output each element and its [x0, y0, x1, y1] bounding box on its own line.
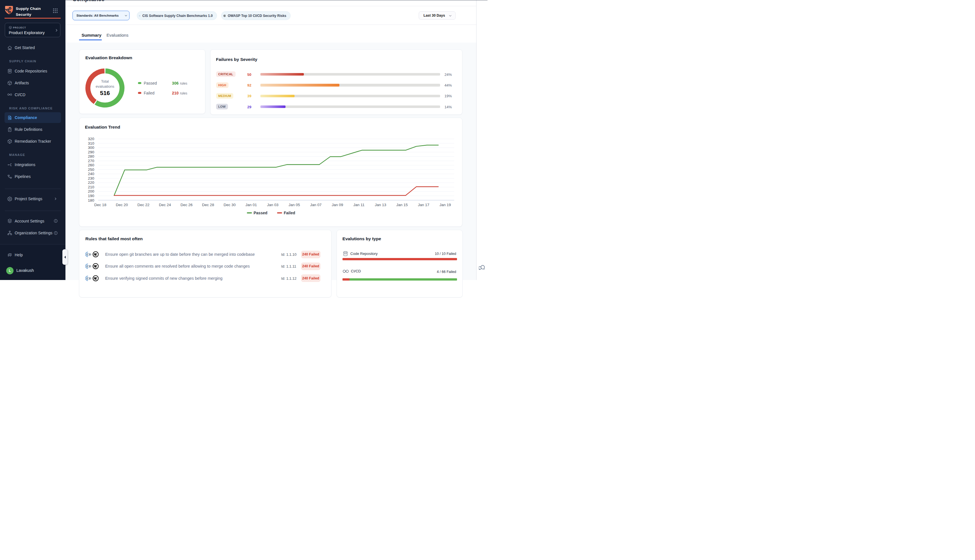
- svg-text:CIS: CIS: [87, 277, 91, 280]
- svg-text:Jan 15: Jan 15: [396, 203, 408, 207]
- svg-text:Dec 28: Dec 28: [202, 203, 214, 207]
- svg-text:Dec 22: Dec 22: [137, 203, 150, 207]
- svg-text:310: 310: [88, 141, 94, 145]
- svg-text:180: 180: [88, 198, 94, 202]
- svg-text:Dec 20: Dec 20: [116, 203, 128, 207]
- svg-text:190: 190: [88, 194, 94, 198]
- svg-text:260: 260: [88, 163, 94, 167]
- svg-text:230: 230: [88, 176, 94, 180]
- svg-text:200: 200: [88, 189, 94, 193]
- svg-text:Jan 19: Jan 19: [439, 203, 451, 207]
- svg-text:Dec 30: Dec 30: [224, 203, 236, 207]
- svg-text:Jan 07: Jan 07: [310, 203, 322, 207]
- svg-text:280: 280: [88, 154, 94, 158]
- svg-text:290: 290: [88, 150, 94, 154]
- svg-text:240: 240: [88, 172, 94, 176]
- svg-text:CIS: CIS: [87, 265, 91, 268]
- svg-text:Jan 01: Jan 01: [245, 203, 257, 207]
- svg-text:CIS: CIS: [139, 15, 140, 16]
- svg-text:220: 220: [88, 180, 94, 185]
- svg-text:Jan 03: Jan 03: [267, 203, 279, 207]
- svg-text:300: 300: [88, 145, 94, 150]
- svg-text:320: 320: [88, 137, 94, 141]
- svg-text:Jan 17: Jan 17: [418, 203, 429, 207]
- svg-text:250: 250: [88, 167, 94, 172]
- svg-text:Jan 13: Jan 13: [375, 203, 386, 207]
- svg-text:Jan 05: Jan 05: [289, 203, 300, 207]
- svg-text:CIS: CIS: [87, 253, 91, 256]
- svg-text:210: 210: [88, 185, 94, 189]
- svg-text:270: 270: [88, 159, 94, 163]
- svg-text:Jan 09: Jan 09: [332, 203, 343, 207]
- svg-text:Dec 18: Dec 18: [94, 203, 106, 207]
- svg-text:Jan 11: Jan 11: [354, 203, 365, 207]
- svg-text:Dec 24: Dec 24: [159, 203, 171, 207]
- svg-text:Dec 26: Dec 26: [180, 203, 193, 207]
